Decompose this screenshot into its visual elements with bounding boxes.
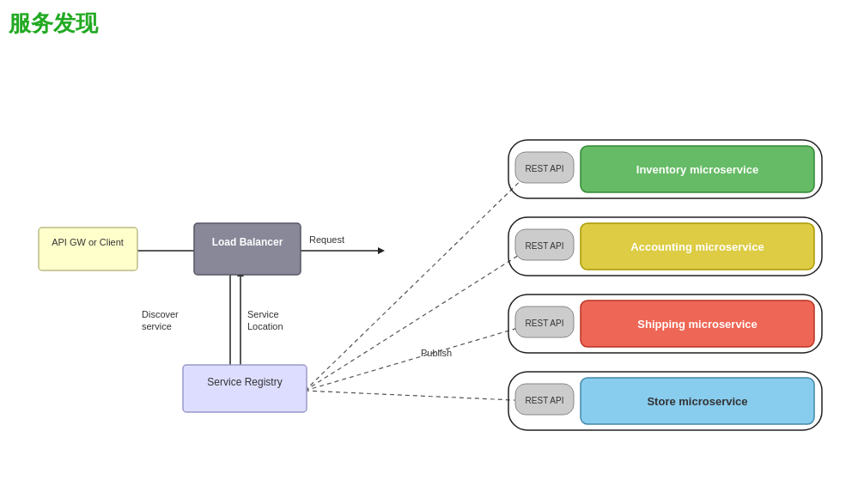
inventory-rest-api-label: REST API (526, 164, 564, 173)
publish-label: Publish (421, 348, 452, 358)
store-rest-api-label: REST API (526, 396, 564, 405)
api-gw-box (39, 228, 137, 270)
store-label: Store microservice (647, 395, 747, 408)
request-label: Request (309, 234, 344, 245)
discover-label: Discover (142, 309, 179, 319)
shipping-label: Shipping microservice (637, 318, 757, 331)
api-gw-label-line1: API GW or Client (52, 237, 124, 247)
load-balancer-box (194, 223, 301, 275)
service-registry-label: Service Registry (207, 376, 282, 388)
service-location-label2: Location (247, 321, 283, 331)
service-registry-box (183, 365, 307, 412)
lb-request-arrow (378, 247, 385, 254)
accounting-label: Accounting microservice (630, 240, 764, 253)
shipping-rest-api-label: REST API (526, 319, 564, 328)
publish-line-store (305, 391, 532, 401)
accounting-rest-api-label: REST API (526, 241, 564, 251)
discover-label2: service (142, 321, 172, 331)
diagram: Publish Request Discover service Service… (0, 0, 852, 504)
inventory-label: Inventory microservice (636, 163, 758, 176)
service-location-label: Service (247, 309, 279, 319)
publish-line-accounting (305, 246, 532, 391)
load-balancer-label: Load Balancer (212, 236, 283, 248)
